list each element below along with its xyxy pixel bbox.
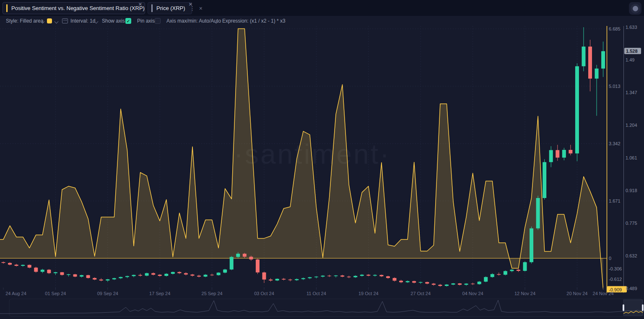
candle-body	[132, 275, 136, 276]
candle-body	[60, 272, 64, 275]
candle-body	[288, 280, 292, 280]
date-tick-label: 27 Oct 24	[410, 291, 431, 296]
candle-body	[256, 260, 260, 273]
price-axis-tick-label: 0.918	[626, 188, 637, 193]
sentiment-axis-tick-label: 0	[609, 256, 611, 261]
chart-window: Positive Sentiment vs. Negative Sentimen…	[0, 0, 644, 319]
candle-body	[432, 284, 436, 285]
candle-body	[386, 276, 390, 278]
candle-body	[340, 275, 344, 277]
candle-body	[190, 275, 194, 276]
date-tick-label: 19 Oct 24	[358, 291, 379, 296]
price-axis-tick-label: 1.061	[626, 155, 637, 160]
candle-body	[119, 277, 122, 278]
candle-body	[164, 274, 168, 276]
sentiment-axis-tick-label: -0.306	[609, 266, 622, 271]
candle-body	[171, 272, 175, 274]
price-last-value: 1.528	[626, 49, 638, 54]
candle-body	[530, 229, 533, 262]
sentiment-area-fill	[0, 28, 603, 289]
candle-body	[80, 275, 83, 276]
navigator-selection-handle[interactable]	[623, 304, 624, 311]
candle-body	[67, 274, 70, 275]
navigator-selection-handle[interactable]	[642, 304, 644, 311]
candle-body	[504, 271, 507, 275]
candle-body	[517, 270, 520, 271]
candle-body	[308, 277, 312, 278]
candle-body	[334, 275, 338, 276]
candle-body	[425, 282, 429, 284]
candle-body	[112, 278, 116, 279]
candle-body	[379, 275, 383, 276]
chart-plot[interactable]: 6.6855.0133.3421.6710-0.306-0.612-0.9091…	[0, 0, 644, 319]
candle-body	[2, 262, 5, 263]
candle-body	[204, 275, 208, 276]
candle-body	[249, 257, 253, 260]
candle-body	[125, 276, 129, 277]
candle-body	[282, 279, 286, 280]
candle-body	[99, 280, 103, 280]
candle-body	[230, 257, 234, 270]
candle-body	[223, 270, 227, 273]
candle-body	[366, 275, 370, 275]
candle-body	[406, 281, 410, 283]
price-axis-tick-label: 0.632	[626, 253, 637, 258]
date-tick-label: 24 Aug 24	[5, 291, 26, 296]
candle-body	[412, 281, 416, 283]
candle-body	[106, 279, 109, 280]
candle-body	[393, 278, 397, 281]
candle-body	[491, 274, 494, 277]
price-axis-tick-label: 1.204	[626, 123, 637, 128]
candle-body	[373, 275, 377, 276]
candle-body	[93, 278, 96, 280]
candle-body	[34, 268, 38, 272]
date-tick-label: 09 Sep 24	[97, 291, 118, 296]
date-tick-label: 11 Oct 24	[306, 291, 326, 296]
sentiment-axis-tick-label: 1.671	[609, 198, 621, 203]
navigator-sparkline	[0, 300, 644, 314]
candle-body	[327, 275, 331, 276]
candle-body	[243, 254, 247, 257]
price-axis-tick-label: 1.347	[626, 90, 637, 95]
date-tick-label: 20 Nov 24	[566, 291, 587, 296]
date-tick-label: 03 Oct 24	[254, 291, 274, 296]
candle-body	[236, 254, 240, 257]
candle-body	[347, 277, 351, 278]
candle-body	[588, 46, 592, 78]
date-tick-label: 24 Nov 24	[593, 291, 614, 296]
price-axis-tick-label: 1.633	[626, 25, 637, 30]
candle-body	[28, 265, 31, 268]
date-tick-label: 12 Nov 24	[514, 291, 535, 296]
candle-body	[321, 275, 325, 276]
navigator-frame	[9, 299, 642, 316]
candle-body	[497, 274, 501, 275]
candle-body	[217, 273, 221, 275]
candle-body	[601, 51, 605, 68]
candle-body	[445, 285, 449, 286]
candle-body	[536, 198, 540, 229]
candle-body	[184, 273, 188, 274]
candle-body	[523, 262, 527, 271]
candle-body	[575, 66, 579, 153]
candle-body	[295, 279, 299, 280]
date-tick-label: 04 Nov 24	[462, 291, 483, 296]
candle-body	[478, 282, 481, 284]
candle-body	[595, 69, 599, 79]
candle-body	[138, 275, 142, 276]
candle-body	[353, 276, 357, 277]
candle-body	[275, 279, 279, 280]
candle-body	[15, 265, 18, 266]
candle-body	[562, 150, 566, 158]
candle-body	[177, 272, 181, 273]
candle-body	[399, 280, 403, 282]
sentiment-axis-tick-label: 3.342	[609, 141, 621, 146]
candle-body	[451, 283, 455, 285]
candle-body	[151, 273, 155, 275]
sentiment-axis-tick-label: 5.013	[609, 84, 621, 89]
candle-body	[269, 280, 273, 280]
navigator-selection[interactable]	[623, 300, 643, 316]
candle-body	[471, 284, 475, 284]
date-tick-label: 17 Sep 24	[149, 291, 170, 296]
candle-body	[360, 275, 364, 276]
candle-body	[8, 263, 12, 265]
